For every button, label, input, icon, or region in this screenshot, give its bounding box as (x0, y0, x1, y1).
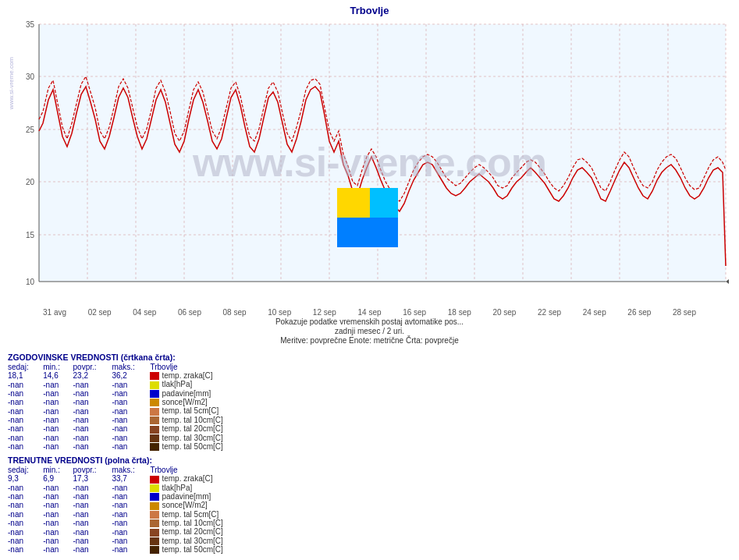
cell-sedaj: -nan (8, 527, 43, 536)
cell-sedaj: -nan (8, 406, 43, 415)
cell-min: -nan (43, 398, 73, 406)
svg-text:10: 10 (26, 278, 35, 286)
svg-text:15: 15 (26, 231, 35, 239)
cell-sedaj: -nan (8, 424, 43, 433)
cell-sedaj: 9,3 (8, 474, 43, 483)
chart-area: www.si-vreme.com 35 30 25 20 15 10 (0, 18, 739, 307)
cell-maks: -nan (112, 501, 150, 509)
cell-povpr: -nan (73, 442, 112, 451)
cell-sedaj: -nan (8, 510, 43, 519)
color-swatch (150, 546, 159, 554)
cell-maks: -nan (112, 510, 150, 519)
x-label-2: 04 sep (133, 308, 156, 317)
cell-min: -nan (43, 537, 73, 545)
cell-label: tlak[hPa] (150, 380, 258, 388)
col-povpr-curr: povpr.: (73, 466, 112, 474)
data-section: ZGODOVINSKE VREDNOSTI (črtkana črta): se… (0, 345, 739, 554)
chart-subtitle: Pokazuje podatke vremenskih postaj avtom… (0, 317, 739, 326)
cell-maks: -nan (112, 406, 150, 415)
historical-col: ZGODOVINSKE VREDNOSTI (črtkana črta): se… (8, 349, 258, 554)
svg-text:20: 20 (26, 178, 35, 186)
cell-povpr: -nan (73, 527, 112, 536)
cell-label: padavine[mm] (150, 389, 258, 398)
cell-maks: -nan (112, 492, 150, 501)
cell-min: 6,9 (43, 474, 73, 483)
cell-min: -nan (43, 406, 73, 415)
cell-min: 14,6 (43, 371, 73, 380)
cell-povpr: -nan (73, 398, 112, 406)
table-row: -nan-nan-nan-nansonce[W/m2] (8, 398, 258, 406)
table-row: -nan-nan-nan-nantemp. tal 50cm[C] (8, 442, 258, 451)
table-row: -nan-nan-nan-nantemp. tal 5cm[C] (8, 510, 258, 519)
cell-povpr: -nan (73, 406, 112, 415)
color-swatch (150, 443, 159, 451)
color-swatch (150, 416, 159, 424)
svg-marker-28 (726, 279, 729, 284)
color-swatch (150, 493, 159, 501)
x-label-5: 10 sep (268, 308, 291, 317)
table-row: 9,36,917,333,7temp. zraka[C] (8, 474, 258, 483)
cell-maks: 33,7 (112, 474, 150, 483)
col-povpr-hist: povpr.: (73, 363, 112, 371)
cell-label: temp. tal 5cm[C] (150, 510, 258, 519)
cell-label: temp. tal 20cm[C] (150, 527, 258, 536)
cell-label: temp. tal 10cm[C] (150, 416, 258, 424)
current-table: sedaj: min.: povpr.: maks.: Trbovlje 9,3… (8, 466, 258, 554)
col-min-curr: min.: (43, 466, 73, 474)
svg-marker-30 (370, 188, 398, 218)
cell-label: sonce[W/m2] (150, 501, 258, 509)
cell-label: temp. tal 50cm[C] (150, 442, 258, 451)
x-axis: 31 avg 02 sep 04 sep 06 sep 08 sep 10 se… (0, 307, 739, 317)
color-swatch (150, 434, 159, 442)
cell-min: -nan (43, 484, 73, 492)
x-label-9: 18 sep (448, 308, 471, 317)
cell-maks: -nan (112, 398, 150, 406)
cell-maks: -nan (112, 416, 150, 424)
x-label-7: 14 sep (357, 308, 381, 317)
cell-povpr: -nan (73, 416, 112, 424)
cell-povpr: -nan (73, 537, 112, 545)
x-label-4: 08 sep (223, 308, 247, 317)
color-swatch (150, 537, 159, 545)
cell-maks: -nan (112, 424, 150, 433)
cell-sedaj: -nan (8, 537, 43, 545)
chart-subtitle2: zadnji mesec / 2 uri. (0, 327, 739, 335)
x-label-11: 22 sep (538, 308, 561, 317)
color-swatch (150, 511, 159, 519)
color-swatch (150, 408, 159, 416)
cell-sedaj: -nan (8, 398, 43, 406)
cell-maks: 36,2 (112, 371, 150, 380)
table-row: -nan-nan-nan-nantemp. tal 20cm[C] (8, 527, 258, 536)
cell-maks: -nan (112, 527, 150, 536)
cell-min: -nan (43, 434, 73, 442)
table-row: 18,114,623,236,2temp. zraka[C] (8, 371, 258, 380)
page-title: Trbovlje (0, 0, 739, 18)
cell-maks: -nan (112, 434, 150, 442)
table-row: -nan-nan-nan-nantemp. tal 10cm[C] (8, 416, 258, 424)
chart-svg: 35 30 25 20 15 10 (0, 18, 739, 307)
cell-povpr: -nan (73, 484, 112, 492)
svg-rect-29 (337, 188, 370, 218)
table-row: -nan-nan-nan-nantlak[hPa] (8, 484, 258, 492)
table-row: -nan-nan-nan-nantemp. tal 50cm[C] (8, 545, 258, 554)
cell-povpr: -nan (73, 424, 112, 433)
col-maks-curr: maks.: (112, 466, 150, 474)
table-row: -nan-nan-nan-nanpadavine[mm] (8, 389, 258, 398)
cell-sedaj: -nan (8, 519, 43, 527)
cell-maks: -nan (112, 484, 150, 492)
x-label-8: 16 sep (403, 308, 426, 317)
cell-min: -nan (43, 510, 73, 519)
x-label-13: 26 sep (627, 308, 651, 317)
table-row: -nan-nan-nan-nantemp. tal 5cm[C] (8, 406, 258, 415)
svg-rect-31 (337, 218, 398, 247)
color-swatch (150, 390, 159, 398)
cell-min: -nan (43, 424, 73, 433)
cell-sedaj: -nan (8, 389, 43, 398)
cell-povpr: -nan (73, 380, 112, 388)
table-row: -nan-nan-nan-nantemp. tal 20cm[C] (8, 424, 258, 433)
cell-label: temp. tal 50cm[C] (150, 545, 258, 554)
cell-sedaj: -nan (8, 380, 43, 388)
cell-povpr: -nan (73, 510, 112, 519)
cell-povpr: 17,3 (73, 474, 112, 483)
cell-maks: -nan (112, 519, 150, 527)
